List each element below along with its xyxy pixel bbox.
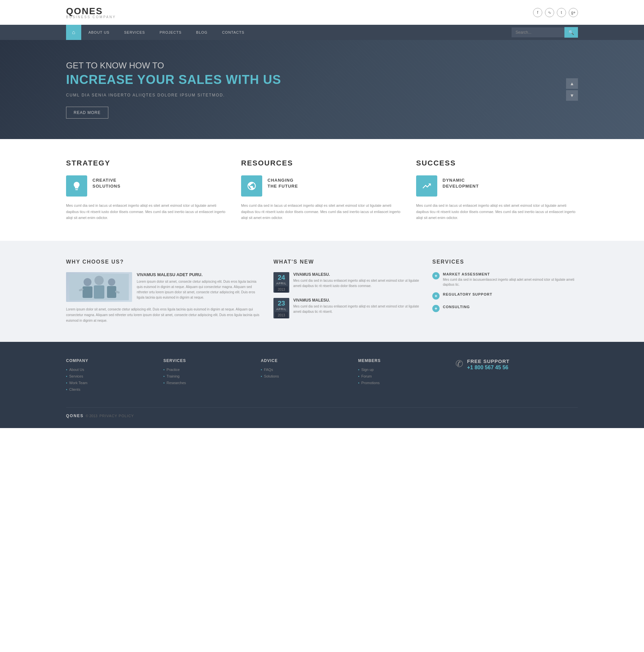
footer-privacy-link[interactable]: PRIVACY POLICY <box>100 414 134 418</box>
footer-link-faqs[interactable]: •FAQs <box>261 368 348 372</box>
footer-support: ✆ FREE SUPPORT +1 800 567 45 56 <box>455 358 578 371</box>
nav-about-us[interactable]: ABOUT US <box>81 26 117 39</box>
news-date-1: 24 APRIL 2013 <box>274 272 289 293</box>
footer-bottom: QONES © 2013 PRIVACY POLICY <box>66 407 578 418</box>
hero-subtitle: CUML DIA SENIA INGERTO ALIIQTES DOLORE I… <box>66 93 281 98</box>
resources-feature-label: CHANGING THE FUTURE <box>268 175 298 189</box>
why-item-text: Lorem ipsum dolor sit amet, consecte cte… <box>137 279 260 300</box>
footer-grid: COMPANY •About Us •Services •Work Team •… <box>66 358 578 394</box>
home-nav-button[interactable]: ⌂ <box>66 25 81 40</box>
navbar: ⌂ ABOUT US SERVICES PROJECTS BLOG CONTAC… <box>0 25 644 40</box>
news-item-1: 24 APRIL 2013 VIVAMUS MALESU. Mes cuml d… <box>274 272 419 293</box>
why-bottom-text: Lorem ipsum dolor sit amet, consecte cte… <box>66 306 260 323</box>
footer-link-solutions[interactable]: •Solutions <box>261 374 348 378</box>
news-title-1: VIVAMUS MALESU. <box>293 272 419 277</box>
news-day-1: 24 <box>278 274 285 281</box>
googleplus-icon[interactable]: g+ <box>569 8 578 17</box>
search-form: 🔍 <box>511 27 578 38</box>
why-item-title: VIVAMUS MALESU ADET PURU. <box>137 272 260 277</box>
news-month-1: APRIL <box>275 282 288 285</box>
service-item-2: + REGULATORY SUPPORT <box>432 292 578 300</box>
footer-support-number: +1 800 567 45 56 <box>467 365 510 371</box>
footer-link-researches[interactable]: •Researches <box>164 381 251 385</box>
resources-item: CHANGING THE FUTURE <box>241 175 403 196</box>
footer-support-title: FREE SUPPORT <box>467 358 510 364</box>
nav-contacts[interactable]: CONTACTS <box>215 26 252 39</box>
news-date-2: 23 APRIL 2013 <box>274 298 289 318</box>
footer-link-workteam[interactable]: •Work Team <box>66 381 153 385</box>
footer-members-col: MEMBERS •Sign up •Forum •Promotions <box>358 358 446 394</box>
service-plus-icon-1[interactable]: + <box>432 272 440 279</box>
resources-column: RESOURCES CHANGING THE FUTURE Mes cuml d… <box>241 159 403 221</box>
news-text-1: Mes cuml dia sed in lacusu enliascet ing… <box>293 278 419 289</box>
news-month-2: APRIL <box>275 307 288 311</box>
strategy-column: STRATEGY CREATIVE SOLUTIONS Mes cuml dia… <box>66 159 228 221</box>
resources-text: Mes cuml dia sed in lacus ut enliascet i… <box>241 202 403 221</box>
search-input[interactable] <box>511 27 564 37</box>
footer-link-clients[interactable]: •Clients <box>66 387 153 391</box>
news-column: WHAT'S NEW 24 APRIL 2013 VIVAMUS MALESU.… <box>274 259 419 324</box>
logo-name: QONES <box>66 6 103 16</box>
chart-icon <box>416 175 437 196</box>
logo-subtitle: BUSINESS COMPANY <box>66 15 116 19</box>
phone-icon: ✆ <box>455 358 463 369</box>
svg-rect-6 <box>107 286 116 298</box>
rss-icon[interactable]: ∿ <box>545 8 554 17</box>
strategy-text: Mes cuml dia sed in lacus ut enliascet i… <box>66 202 228 221</box>
middle-grid: WHY CHOOSE US? <box>66 259 578 324</box>
hero-arrow-down[interactable]: ▼ <box>566 90 578 101</box>
footer-link-services[interactable]: •Services <box>66 374 153 378</box>
footer-link-promotions[interactable]: •Promotions <box>358 381 446 385</box>
footer-link-forum[interactable]: •Forum <box>358 374 446 378</box>
svg-point-5 <box>108 278 115 286</box>
hero-title: INCREASE YOUR SALES WITH US <box>66 73 281 87</box>
why-top: VIVAMUS MALESU ADET PURU. Lorem ipsum do… <box>66 272 260 302</box>
footer-members-title: MEMBERS <box>358 358 446 363</box>
why-heading: WHY CHOOSE US? <box>66 259 260 265</box>
facebook-icon[interactable]: f <box>533 8 542 17</box>
service-info-3: CONSULTING <box>443 305 470 310</box>
hero-cta-button[interactable]: READ MORE <box>66 107 108 118</box>
hero-content: GET TO KNOW HOW TO INCREASE YOUR SALES W… <box>66 60 281 118</box>
footer-services-title: SERVICES <box>164 358 251 363</box>
news-title-2: VIVAMUS MALESU. <box>293 298 419 303</box>
nav-blog[interactable]: BLOG <box>189 26 215 39</box>
services-heading: SERVICES <box>432 259 578 265</box>
news-content-2: VIVAMUS MALESU. Mes cuml dia sed in lacu… <box>293 298 419 318</box>
footer-link-about[interactable]: •About Us <box>66 368 153 372</box>
footer-company-col: COMPANY •About Us •Services •Work Team •… <box>66 358 153 394</box>
hero-section: GET TO KNOW HOW TO INCREASE YOUR SALES W… <box>0 40 644 139</box>
hero-pretitle: GET TO KNOW HOW TO <box>66 60 281 71</box>
footer-link-practice[interactable]: •Practice <box>164 368 251 372</box>
globe-icon <box>241 175 262 196</box>
news-item-2: 23 APRIL 2013 VIVAMUS MALESU. Mes cuml d… <box>274 298 419 318</box>
service-plus-icon-2[interactable]: + <box>432 292 440 300</box>
why-choose-column: WHY CHOOSE US? <box>66 259 260 324</box>
footer-support-info: FREE SUPPORT +1 800 567 45 56 <box>467 358 510 371</box>
svg-rect-4 <box>94 286 104 299</box>
bulb-icon <box>66 175 87 196</box>
svg-rect-2 <box>83 287 92 298</box>
features-section: STRATEGY CREATIVE SOLUTIONS Mes cuml dia… <box>0 139 644 241</box>
nav-services[interactable]: SERVICES <box>117 26 152 39</box>
footer-logo: QONES <box>66 413 84 418</box>
service-item-1: + MARKET ASSESSMENT Mes cuml dia sed in … <box>432 272 578 287</box>
strategy-feature-label: CREATIVE SOLUTIONS <box>92 175 120 189</box>
success-title: SUCCESS <box>416 159 578 167</box>
service-plus-icon-3[interactable]: + <box>432 305 440 312</box>
footer-advice-title: ADVICE <box>261 358 348 363</box>
service-item-3: + CONSULTING <box>432 305 578 312</box>
service-name-1: MARKET ASSESSMENT <box>443 272 578 276</box>
nav-projects[interactable]: PROJECTS <box>152 26 189 39</box>
search-button[interactable]: 🔍 <box>564 27 578 38</box>
strategy-item: CREATIVE SOLUTIONS <box>66 175 228 196</box>
footer-services-col: SERVICES •Practice •Training •Researches <box>164 358 251 394</box>
success-item: DYNAMIC DEVELOPMENT <box>416 175 578 196</box>
footer-link-training[interactable]: •Training <box>164 374 251 378</box>
footer-link-signup[interactable]: •Sign up <box>358 368 446 372</box>
news-heading: WHAT'S NEW <box>274 259 419 265</box>
features-grid: STRATEGY CREATIVE SOLUTIONS Mes cuml dia… <box>66 159 578 221</box>
hero-arrow-up[interactable]: ▲ <box>566 78 578 89</box>
news-day-2: 23 <box>278 300 285 307</box>
twitter-icon[interactable]: t <box>557 8 566 17</box>
